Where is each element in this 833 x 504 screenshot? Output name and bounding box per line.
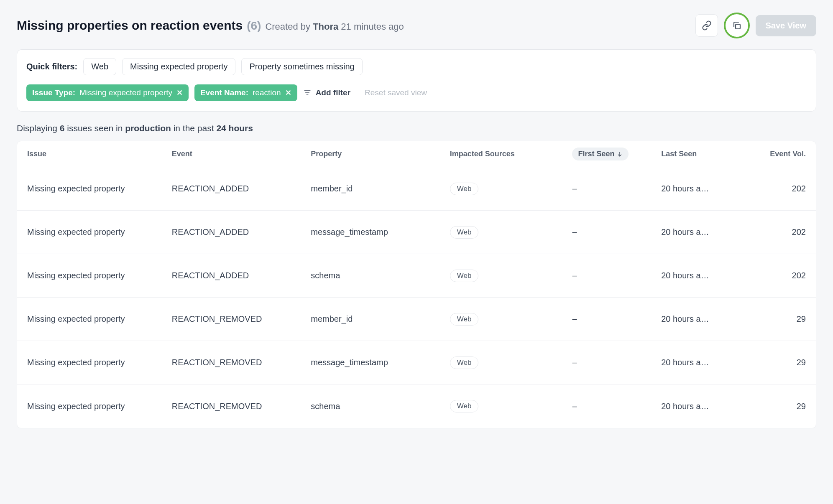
cell-property: message_timestamp <box>311 358 450 367</box>
cell-first-seen: – <box>572 314 661 324</box>
cell-first-seen: – <box>572 184 661 193</box>
th-sources[interactable]: Impacted Sources <box>450 150 572 158</box>
applied-filter-pill[interactable]: Event Name: reaction✕ <box>194 84 297 101</box>
applied-filter-pill[interactable]: Issue Type: Missing expected property✕ <box>26 84 189 101</box>
share-link-button[interactable] <box>695 14 718 37</box>
save-view-button[interactable]: Save View <box>756 15 816 36</box>
source-badge: Web <box>450 313 479 326</box>
remove-filter-icon[interactable]: ✕ <box>176 88 183 97</box>
author: Thora <box>313 21 338 32</box>
created-suffix: 21 minutes ago <box>338 21 404 32</box>
source-badge: Web <box>450 183 479 195</box>
cell-event: REACTION_ADDED <box>172 227 311 237</box>
created-prefix: Created by <box>265 21 313 32</box>
results-summary: Displaying 6 issues seen in production i… <box>17 123 816 133</box>
cell-sources: Web <box>450 356 572 369</box>
filter-value: Missing expected property <box>79 88 172 97</box>
cell-property: schema <box>311 271 450 280</box>
table-row[interactable]: Missing expected propertyREACTION_ADDEDs… <box>17 254 816 298</box>
cell-sources: Web <box>450 400 572 412</box>
cell-event: REACTION_REMOVED <box>172 358 311 367</box>
cell-last-seen: 20 hours a… <box>661 271 720 280</box>
cell-issue: Missing expected property <box>27 271 172 280</box>
quick-filters-row: Quick filters:WebMissing expected proper… <box>26 58 807 75</box>
filter-icon <box>303 89 312 97</box>
page-header: Missing properties on reaction events (6… <box>17 13 816 38</box>
cell-property: message_timestamp <box>311 227 450 237</box>
quick-filter-chip[interactable]: Missing expected property <box>122 58 235 75</box>
cell-issue: Missing expected property <box>27 227 172 237</box>
cell-event-vol: 29 <box>745 358 806 367</box>
cell-last-seen: 20 hours a… <box>661 314 720 324</box>
quick-filters-label: Quick filters: <box>26 62 77 71</box>
title-meta: Created by Thora 21 minutes ago <box>265 21 404 32</box>
th-event-vol[interactable]: Event Vol. <box>745 150 806 158</box>
cell-first-seen: – <box>572 402 661 411</box>
cell-last-seen: 20 hours a… <box>661 184 720 193</box>
table-row[interactable]: Missing expected propertyREACTION_ADDEDm… <box>17 211 816 254</box>
filter-key: Event Name: <box>200 88 248 97</box>
cell-sources: Web <box>450 226 572 239</box>
table-row[interactable]: Missing expected propertyREACTION_REMOVE… <box>17 341 816 384</box>
th-last-seen[interactable]: Last Seen <box>661 150 745 158</box>
table-row[interactable]: Missing expected propertyREACTION_ADDEDm… <box>17 167 816 211</box>
cell-issue: Missing expected property <box>27 184 172 193</box>
quick-filter-chip[interactable]: Web <box>83 58 116 75</box>
title-block: Missing properties on reaction events (6… <box>17 18 404 33</box>
applied-filters-row: Issue Type: Missing expected property✕Ev… <box>26 84 807 101</box>
table-row[interactable]: Missing expected propertyREACTION_REMOVE… <box>17 384 816 428</box>
source-badge: Web <box>450 400 479 412</box>
svg-rect-0 <box>736 24 740 29</box>
table-header: Issue Event Property Impacted Sources Fi… <box>17 141 816 167</box>
cell-event-vol: 202 <box>745 227 806 237</box>
copy-icon <box>732 20 742 31</box>
th-event[interactable]: Event <box>172 150 311 158</box>
quick-filter-chip[interactable]: Property sometimes missing <box>241 58 362 75</box>
source-badge: Web <box>450 226 479 239</box>
add-filter-label: Add filter <box>316 88 350 97</box>
cell-property: member_id <box>311 184 450 193</box>
cell-first-seen: – <box>572 227 661 237</box>
page-title: Missing properties on reaction events <box>17 18 243 33</box>
cell-last-seen: 20 hours a… <box>661 358 720 367</box>
cell-event-vol: 29 <box>745 402 806 411</box>
th-first-seen[interactable]: First Seen <box>572 148 661 160</box>
source-badge: Web <box>450 356 479 369</box>
cell-sources: Web <box>450 183 572 195</box>
cell-event: REACTION_ADDED <box>172 184 311 193</box>
filters-card: Quick filters:WebMissing expected proper… <box>17 49 816 112</box>
cell-sources: Web <box>450 313 572 326</box>
cell-sources: Web <box>450 270 572 282</box>
reset-saved-view[interactable]: Reset saved view <box>365 88 427 97</box>
cell-issue: Missing expected property <box>27 314 172 324</box>
cell-issue: Missing expected property <box>27 358 172 367</box>
cell-event: REACTION_REMOVED <box>172 314 311 324</box>
title-count: (6) <box>247 19 261 33</box>
cell-event-vol: 202 <box>745 271 806 280</box>
arrow-down-icon <box>617 151 623 157</box>
cell-event-vol: 29 <box>745 314 806 324</box>
cell-property: schema <box>311 402 450 411</box>
cell-property: member_id <box>311 314 450 324</box>
add-filter-button[interactable]: Add filter <box>303 88 350 97</box>
cell-issue: Missing expected property <box>27 402 172 411</box>
cell-event: REACTION_REMOVED <box>172 402 311 411</box>
cell-last-seen: 20 hours a… <box>661 227 720 237</box>
table-row[interactable]: Missing expected propertyREACTION_REMOVE… <box>17 298 816 341</box>
issues-table: Issue Event Property Impacted Sources Fi… <box>17 141 816 428</box>
th-issue[interactable]: Issue <box>27 150 172 158</box>
cell-event: REACTION_ADDED <box>172 271 311 280</box>
link-icon <box>702 20 712 31</box>
cell-first-seen: – <box>572 358 661 367</box>
filter-key: Issue Type: <box>32 88 75 97</box>
cell-event-vol: 202 <box>745 184 806 193</box>
remove-filter-icon[interactable]: ✕ <box>285 88 291 97</box>
th-property[interactable]: Property <box>311 150 450 158</box>
filter-value: reaction <box>253 88 281 97</box>
header-actions: Save View <box>695 13 816 38</box>
cell-first-seen: – <box>572 271 661 280</box>
cell-last-seen: 20 hours a… <box>661 402 720 411</box>
source-badge: Web <box>450 270 479 282</box>
duplicate-view-button[interactable] <box>724 13 750 38</box>
